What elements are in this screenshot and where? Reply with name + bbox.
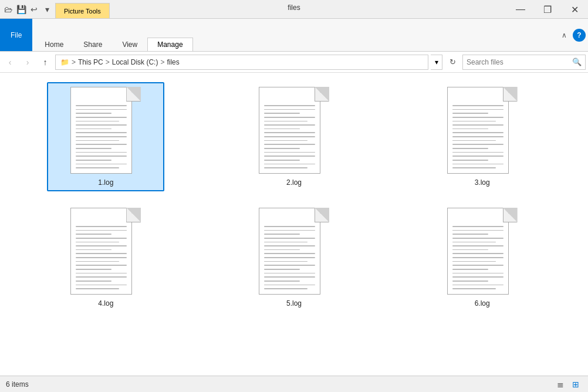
doc-line (452, 281, 488, 282)
doc-line (76, 226, 127, 227)
file-item[interactable]: 4.log (47, 203, 164, 312)
doc-line (264, 281, 300, 282)
doc-line (452, 109, 503, 110)
doc-line (452, 285, 503, 286)
quick-access-dropdown[interactable]: ▾ (42, 5, 52, 14)
doc-line (76, 113, 111, 114)
doc-line (76, 242, 119, 243)
file-name: 2.log (286, 178, 302, 187)
search-input[interactable] (467, 58, 570, 66)
doc-line (264, 148, 300, 149)
ribbon-expand-button[interactable]: ∧ (557, 29, 570, 42)
file-item[interactable]: 5.log (235, 203, 353, 312)
doc-line (264, 288, 307, 289)
doc-lines (264, 105, 315, 168)
doc-line (76, 281, 111, 282)
close-button[interactable]: ✕ (561, 0, 588, 19)
doc-body (259, 208, 320, 295)
doc-line (76, 132, 127, 133)
doc-line (264, 156, 315, 157)
doc-line (264, 276, 315, 278)
path-this-pc[interactable]: This PC (78, 58, 103, 66)
doc-line (264, 113, 300, 114)
doc-line (76, 257, 127, 258)
ribbon-tab-view[interactable]: View (112, 38, 147, 51)
doc-line (76, 121, 119, 122)
details-view-button[interactable]: ≣ (554, 378, 567, 391)
doc-body (447, 87, 509, 174)
doc-line (76, 124, 127, 126)
system-icons: 🗁 💾 ↩ ▾ (0, 0, 55, 18)
doc-line (452, 288, 496, 289)
doc-line (452, 160, 488, 161)
up-button[interactable]: ↑ (38, 55, 53, 70)
doc-lines (76, 105, 127, 168)
back-button[interactable]: ‹ (2, 55, 18, 70)
path-folder-icon: 📁 (60, 58, 69, 66)
doc-line (452, 265, 503, 266)
path-local-disk[interactable]: Local Disk (C:) (112, 58, 158, 66)
doc-line (452, 226, 503, 227)
doc-line (452, 257, 503, 258)
file-icon (447, 208, 518, 296)
path-dropdown-button[interactable]: ▾ (431, 55, 442, 70)
address-path[interactable]: 📁 > This PC > Local Disk (C:) > files (55, 55, 428, 70)
doc-line (264, 140, 307, 141)
doc-line (264, 167, 307, 168)
doc-line (452, 167, 496, 168)
file-icon (70, 208, 141, 296)
doc-line (452, 238, 503, 239)
ribbon-tab-manage[interactable]: Manage (147, 38, 192, 51)
doc-line (264, 249, 300, 251)
file-name: 5.log (286, 299, 302, 307)
doc-line (264, 242, 307, 243)
doc-line (452, 164, 503, 165)
ribbon-tab-share[interactable]: Share (73, 38, 112, 51)
ribbon-right-controls: ∧ ? (557, 19, 588, 51)
doc-line (452, 124, 503, 126)
item-count: 6 items (6, 380, 29, 388)
doc-line (76, 273, 127, 274)
large-icons-view-button[interactable]: ⊞ (569, 378, 582, 391)
file-item[interactable]: 6.log (424, 203, 541, 312)
doc-line (452, 144, 503, 145)
quick-access-save[interactable]: 💾 (16, 5, 26, 14)
ribbon-help-button[interactable]: ? (573, 29, 586, 42)
file-grid: 1.log 2.log 3.log (0, 73, 588, 376)
doc-lines (452, 226, 503, 289)
doc-line (264, 253, 315, 254)
doc-line (264, 273, 315, 274)
file-item[interactable]: 3.log (424, 82, 541, 191)
doc-line (76, 261, 119, 262)
doc-line (264, 269, 300, 270)
doc-line (452, 245, 503, 246)
refresh-button[interactable]: ↻ (445, 55, 460, 70)
doc-line (264, 245, 315, 246)
doc-line (76, 249, 111, 251)
doc-body (70, 87, 132, 174)
doc-line (264, 230, 315, 231)
doc-line (76, 276, 127, 278)
minimize-button[interactable]: — (507, 0, 534, 19)
quick-access-undo[interactable]: ↩ (29, 5, 39, 14)
doc-line (452, 132, 503, 133)
forward-button[interactable]: › (20, 55, 35, 70)
doc-line (452, 140, 496, 141)
maximize-button[interactable]: ❐ (534, 0, 561, 19)
ribbon-tab-home[interactable]: Home (35, 38, 73, 51)
doc-line (264, 105, 315, 106)
ribbon-file-tab[interactable]: File (0, 19, 32, 51)
search-box[interactable]: 🔍 (462, 55, 586, 70)
file-item[interactable]: 1.log (47, 82, 164, 191)
file-item[interactable]: 2.log (235, 82, 353, 191)
path-files[interactable]: files (167, 58, 179, 66)
doc-line (264, 164, 315, 165)
doc-line (76, 269, 111, 270)
app-icon: 🗁 (4, 5, 13, 14)
title-tab-picture-tools[interactable]: Picture Tools (55, 3, 110, 18)
doc-line (76, 265, 127, 266)
search-icon[interactable]: 🔍 (572, 58, 582, 66)
doc-body (259, 87, 320, 174)
doc-line (76, 160, 111, 161)
doc-line (76, 164, 127, 165)
